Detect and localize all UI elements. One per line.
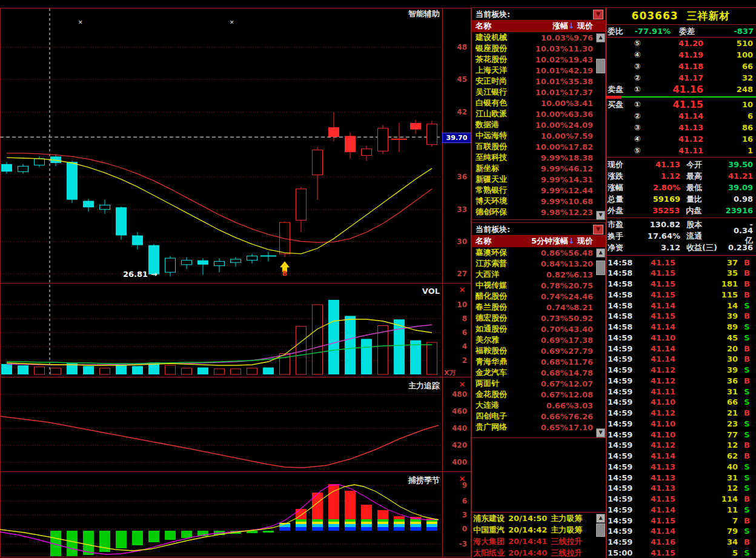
stock-row[interactable]: 美尔雅0.69%17.38 bbox=[472, 334, 605, 345]
stock-row[interactable]: 四创电子0.66%76.26 bbox=[472, 411, 605, 422]
level-volume: 248 bbox=[703, 85, 756, 94]
tick-row: 14:5941.1312S bbox=[606, 483, 756, 494]
tick-row: 14:5841.15115B bbox=[606, 289, 756, 300]
stock-price: 20.75 bbox=[568, 281, 605, 290]
stock-change: 10.00% bbox=[528, 142, 568, 151]
stock-row[interactable]: 百联股份10.00%17.82 bbox=[472, 141, 605, 152]
stock-row[interactable]: 春兰股份0.74%8.21 bbox=[472, 302, 605, 313]
stock-row[interactable]: 金龙汽车0.68%14.78 bbox=[472, 367, 605, 378]
scrollbar-thumb[interactable] bbox=[596, 59, 605, 73]
scroll-down-button[interactable]: ▼ bbox=[596, 211, 605, 220]
level-volume: 1 bbox=[703, 146, 756, 155]
dropdown-button[interactable]: ▼ bbox=[593, 10, 603, 19]
scroll-up-button[interactable]: ▲ bbox=[596, 248, 605, 257]
stock-row[interactable]: 福鞍股份0.69%27.79 bbox=[472, 345, 605, 356]
scroll-up-button[interactable]: ▲ bbox=[596, 33, 605, 42]
signal-row[interactable]: 海大集团20/14:41三线拉升 bbox=[473, 536, 597, 547]
stock-row[interactable]: 德宏股份0.73%50.92 bbox=[472, 313, 605, 324]
stock-row[interactable]: 上海天洋10.01%42.19 bbox=[472, 65, 605, 76]
svg-text:42: 42 bbox=[457, 108, 467, 116]
tick-time: 14:59 bbox=[606, 333, 634, 342]
col-change[interactable]: 5分钟涨幅↓ bbox=[529, 236, 575, 247]
stock-change: 0.66% bbox=[531, 401, 574, 410]
scrollbar-thumb[interactable] bbox=[596, 261, 605, 275]
col-change[interactable]: 涨幅↓ bbox=[529, 21, 575, 32]
scroll-down-button[interactable]: ▼ bbox=[596, 428, 605, 437]
stock-chart-svg[interactable]: 484542363330271086424804604404204009630-… bbox=[0, 0, 471, 558]
col-price[interactable]: 现价 bbox=[575, 236, 605, 247]
level-price: 41.14 bbox=[645, 111, 703, 121]
stock-row[interactable]: 新疆天业9.99%14.31 bbox=[472, 174, 605, 185]
signal-row[interactable]: 浦东建设20/14:50主力吸筹 bbox=[473, 513, 597, 524]
signal-row[interactable]: 中国重汽20/14:42主力吸筹 bbox=[473, 524, 597, 536]
stock-price: 63.36 bbox=[568, 110, 605, 119]
level-number: ⑤ bbox=[629, 146, 645, 155]
tick-price: 41.15 bbox=[634, 548, 675, 557]
col-price[interactable]: 现价 bbox=[575, 21, 605, 32]
signal-tag: 三线拉升 bbox=[551, 548, 582, 558]
stock-row[interactable]: 至纯科技9.99%18.38 bbox=[472, 152, 605, 163]
stock-row[interactable]: 新坐标9.99%46.12 bbox=[472, 163, 605, 174]
vol-panel-title: VOL bbox=[397, 287, 440, 296]
stock-row[interactable]: 博天环境9.99%10.68 bbox=[472, 196, 605, 207]
tick-price: 41.12 bbox=[634, 408, 675, 417]
stock-row[interactable]: 建设机械10.03%9.76 bbox=[472, 32, 605, 43]
stock-row[interactable]: 安正时尚10.01%35.38 bbox=[472, 76, 605, 87]
tick-price: 41.13 bbox=[634, 473, 675, 482]
tick-time: 14:59 bbox=[606, 505, 634, 514]
sector-panel-header[interactable]: 当前板块: ▼ bbox=[472, 8, 605, 20]
tick-time: 14:59 bbox=[606, 376, 634, 385]
tick-row: 14:5941.1462B bbox=[606, 451, 756, 462]
stock-row[interactable]: 白银有色10.00%3.41 bbox=[472, 98, 605, 108]
tick-volume: 36 bbox=[675, 376, 738, 385]
tick-price: 41.14 bbox=[634, 322, 675, 331]
tick-price: 41.14 bbox=[634, 505, 675, 514]
signal-row[interactable]: 太阳纸业20/14:40三线拉升 bbox=[473, 547, 597, 558]
stock-row[interactable]: 银座股份10.03%11.30 bbox=[472, 43, 605, 54]
season-close-icon[interactable]: ✕ bbox=[457, 475, 467, 483]
stock-price: 8.21 bbox=[574, 303, 605, 312]
stock-row[interactable]: 青海华鼎0.68%11.76 bbox=[472, 356, 605, 367]
tick-volume: 31 bbox=[675, 473, 738, 482]
scrollbar-thumb[interactable] bbox=[596, 523, 605, 537]
ask-row: ②41.1732 bbox=[606, 72, 756, 84]
tick-direction: B bbox=[738, 451, 756, 460]
stock-row[interactable]: 醋化股份0.74%24.46 bbox=[472, 291, 605, 302]
stat-value: 23916 bbox=[726, 206, 756, 215]
stock-row[interactable]: 金花股份0.67%12.08 bbox=[472, 389, 605, 400]
col-name[interactable]: 名称 bbox=[472, 236, 529, 247]
stock-row[interactable]: 大西洋0.82%6.13 bbox=[472, 269, 605, 280]
stock-row[interactable]: 江山欧派10.00%63.36 bbox=[472, 108, 605, 119]
stock-row[interactable]: 大连港0.66%3.03 bbox=[472, 400, 605, 411]
tick-direction: S bbox=[738, 430, 756, 439]
stock-row[interactable]: 茶花股份10.02%19.43 bbox=[472, 54, 605, 65]
stock-change: 10.00% bbox=[531, 131, 574, 141]
dropdown-button[interactable]: ▼ bbox=[593, 225, 603, 234]
stock-row[interactable]: 嘉澳环保0.86%56.48 bbox=[472, 247, 605, 258]
stock-row[interactable]: 数据港10.00%24.09 bbox=[472, 119, 605, 130]
stock-row[interactable]: 德创环保9.98%12.23 bbox=[472, 207, 605, 218]
sector-panel-header[interactable]: 当前板块: ▼ bbox=[472, 223, 605, 235]
svg-text:440: 440 bbox=[452, 424, 467, 433]
stock-row[interactable]: 常熟银行9.99%12.44 bbox=[472, 185, 605, 196]
stock-row[interactable]: 两面针0.67%12.07 bbox=[472, 378, 605, 389]
signal-tag: 三线拉升 bbox=[551, 536, 582, 547]
stock-row[interactable]: 如通股份0.70%43.40 bbox=[472, 324, 605, 334]
stock-row[interactable]: 贵广网络0.65%17.10 bbox=[472, 422, 605, 433]
scroll-up-button[interactable]: ▲ bbox=[596, 514, 605, 523]
stock-name: 四创电子 bbox=[472, 411, 528, 422]
tick-row: 14:5941.1340S bbox=[606, 461, 756, 472]
tracker-close-icon[interactable]: ✕ bbox=[457, 380, 467, 389]
stock-row[interactable]: 中远海特10.00%7.59 bbox=[472, 130, 605, 141]
stat-label: 涨跌 bbox=[606, 171, 629, 182]
stock-code: 603663 bbox=[632, 10, 678, 22]
level-number: ① bbox=[629, 85, 645, 94]
stock-change: 0.70% bbox=[528, 325, 568, 334]
stock-row[interactable]: 江苏索普0.84%13.20 bbox=[472, 258, 605, 269]
stat-value: 35253 bbox=[629, 206, 680, 215]
col-name[interactable]: 名称 bbox=[472, 21, 529, 32]
stock-row[interactable]: 吴江银行10.01%17.37 bbox=[472, 87, 605, 98]
stock-row[interactable]: 中视传媒0.78%20.75 bbox=[472, 280, 605, 291]
vol-close-icon[interactable]: ✕ bbox=[457, 286, 467, 294]
tick-time: 14:59 bbox=[606, 494, 634, 503]
